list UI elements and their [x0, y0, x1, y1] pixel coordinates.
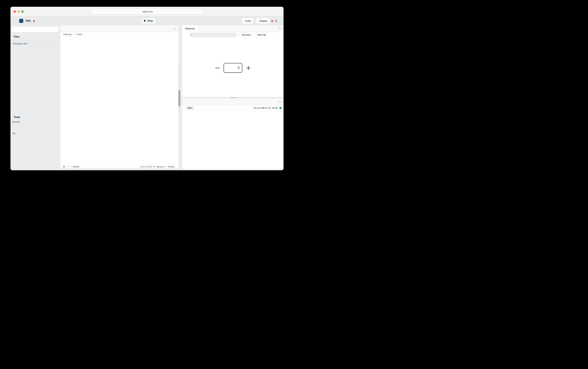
right-column: Webview ··· /: [182, 25, 283, 170]
packager-files-label: Packager files: [10, 42, 60, 45]
editor-tabbar: ···: [60, 25, 178, 32]
deploy-label: Deploy: [259, 20, 267, 22]
lang-check-icon: ✓: [68, 165, 70, 168]
panel-resize-handle[interactable]: [230, 97, 236, 98]
counter-field[interactable]: 0: [224, 63, 242, 73]
tab-webview[interactable]: Webview: [182, 25, 198, 32]
search-input[interactable]: [12, 27, 58, 32]
project-language-logo: [19, 19, 23, 23]
browser-chrome: replit.com: [10, 7, 283, 16]
breadcrumb-more[interactable]: …: [85, 33, 88, 36]
language-label: Python: [73, 165, 80, 168]
plus-button[interactable]: [246, 66, 250, 70]
notification-dot: [271, 20, 273, 22]
files-divider: [12, 41, 58, 41]
zoom-window-button[interactable]: [21, 10, 24, 13]
project-name: Flet: [26, 19, 30, 22]
editor-new-tab-button[interactable]: [60, 25, 66, 32]
url-text: replit.com: [142, 10, 153, 13]
indent-setting[interactable]: Spaces: 2: [157, 165, 166, 168]
devtools-button[interactable]: Devtools: [239, 32, 253, 37]
tools-section-title: Tools: [14, 116, 20, 119]
address-bar[interactable]: replit.com: [92, 9, 202, 14]
webview-panel: Webview ··· /: [182, 25, 283, 97]
webview-tab-label: Webview: [185, 27, 195, 30]
console-new-tab-button[interactable]: [182, 98, 188, 105]
minus-button[interactable]: [215, 68, 219, 68]
history-button[interactable]: History: [168, 165, 175, 168]
all-label: All: [10, 132, 60, 134]
open-new-tab-button[interactable]: New tab: [254, 32, 268, 37]
cursor-position[interactable]: Ln 9, Col 42: [140, 165, 152, 168]
minimize-window-button[interactable]: [17, 10, 20, 13]
deploy-button[interactable]: Deploy: [256, 18, 270, 24]
invite-label: Invite: [245, 20, 251, 22]
replit-header: Flet Stop Invite Deploy: [10, 16, 283, 25]
console-run-row: Run 51s on 09:47:21, 01/16: [182, 105, 283, 111]
stop-button[interactable]: Stop: [141, 18, 156, 24]
invite-button[interactable]: Invite: [242, 18, 253, 24]
run-command-pill[interactable]: Run: [186, 106, 194, 110]
function-symbol-icon: ƒ: [75, 33, 76, 36]
breadcrumb-file[interactable]: main.py: [63, 33, 71, 36]
stop-icon: [144, 20, 146, 21]
language-indicator: {✓} Python: [67, 165, 80, 168]
webview-tabbar-more-button[interactable]: ···: [278, 25, 282, 32]
notification-dot: [33, 20, 35, 22]
run-timestamp: 51s on 09:47:21, 01/16: [254, 107, 278, 109]
counter-app: 0: [182, 63, 283, 73]
webview-navbar: / Devtools New tab: [182, 32, 283, 38]
webview-url-text: /: [191, 34, 192, 36]
breadcrumb-symbol[interactable]: main: [77, 33, 82, 36]
console-tabbar: ···: [182, 98, 283, 105]
help-button[interactable]: ?: [275, 19, 277, 22]
console-tabbar-more-button[interactable]: ···: [278, 98, 282, 105]
recent-label: Recent: [10, 121, 60, 123]
stop-label: Stop: [147, 19, 153, 22]
recent-tools-row: [12, 124, 58, 131]
editor-pane: ··· main.py › ƒ main › … AI {✓} Python: [60, 25, 178, 168]
editor-tabbar-more-button[interactable]: ···: [173, 25, 177, 32]
project-menu[interactable]: Flet: [26, 19, 32, 22]
files-section-title: Files: [14, 35, 20, 38]
code-area[interactable]: [60, 37, 178, 165]
window-controls: [13, 10, 24, 13]
editor-scrollbar-thumb[interactable]: [178, 90, 180, 106]
run-status-dot: [279, 107, 282, 109]
webview-new-tab-button[interactable]: [198, 25, 204, 32]
left-sidebar: Files Packager files Tools Recent All: [10, 25, 60, 170]
counter-value: 0: [238, 66, 239, 70]
webview-tabbar: Webview ···: [182, 25, 283, 32]
modified-dot-icon: [154, 166, 155, 167]
tools-section: Tools Recent All: [10, 115, 60, 170]
webview-url-input[interactable]: /: [189, 33, 237, 37]
statusbar-ai-button[interactable]: AI: [62, 165, 65, 168]
console-panel: ··· Run 51s on 09:47:21, 01/16: [182, 98, 283, 169]
close-window-button[interactable]: [13, 10, 16, 13]
editor-statusbar: AI {✓} Python Ln 9, Col 42 Spaces: 2 His…: [60, 165, 178, 168]
breadcrumb: main.py › ƒ main › …: [60, 32, 178, 37]
browser-window: replit.com Flet: [10, 7, 283, 170]
